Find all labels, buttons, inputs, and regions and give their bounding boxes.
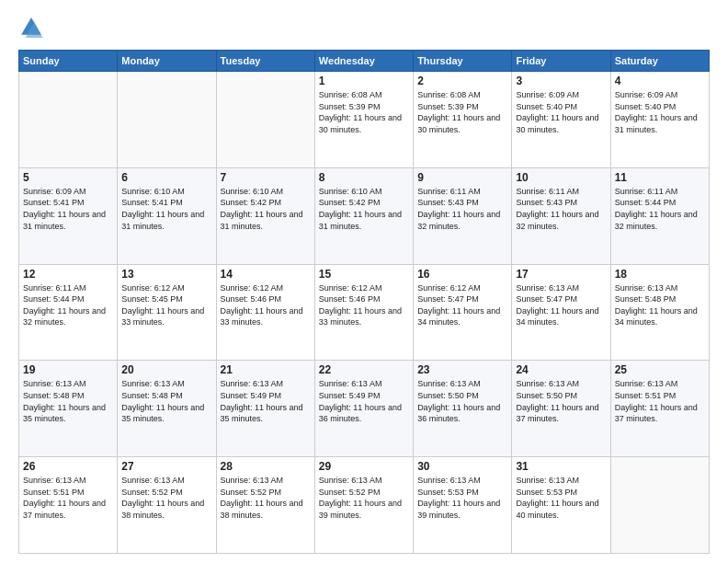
day-number: 14 [221, 268, 311, 281]
day-number: 3 [516, 75, 606, 87]
day-number: 6 [121, 171, 211, 184]
cell-info: Sunrise: 6:13 AMSunset: 5:53 PMDaylight:… [417, 476, 500, 520]
day-number: 31 [516, 460, 606, 473]
cell-info: Sunrise: 6:08 AMSunset: 5:39 PMDaylight:… [417, 90, 500, 134]
cell-info: Sunrise: 6:12 AMSunset: 5:46 PMDaylight:… [221, 283, 303, 327]
calendar-cell [610, 457, 709, 554]
cell-info: Sunrise: 6:13 AMSunset: 5:49 PMDaylight:… [319, 379, 402, 423]
calendar-cell: 5 Sunrise: 6:09 AMSunset: 5:41 PMDayligh… [19, 167, 118, 264]
day-number: 18 [615, 268, 705, 281]
cell-info: Sunrise: 6:12 AMSunset: 5:46 PMDaylight:… [319, 283, 402, 327]
calendar-cell: 2 Sunrise: 6:08 AMSunset: 5:39 PMDayligh… [414, 72, 512, 168]
cell-info: Sunrise: 6:13 AMSunset: 5:48 PMDaylight:… [23, 379, 106, 423]
calendar-cell: 6 Sunrise: 6:10 AMSunset: 5:41 PMDayligh… [118, 167, 216, 264]
cell-info: Sunrise: 6:10 AMSunset: 5:42 PMDaylight:… [221, 187, 303, 231]
calendar-cell: 7 Sunrise: 6:10 AMSunset: 5:42 PMDayligh… [216, 167, 314, 264]
week-row-5: 26 Sunrise: 6:13 AMSunset: 5:51 PMDaylig… [19, 457, 710, 554]
calendar-cell: 22 Sunrise: 6:13 AMSunset: 5:49 PMDaylig… [314, 361, 413, 457]
day-number: 23 [417, 363, 507, 376]
day-number: 22 [319, 363, 409, 376]
cell-info: Sunrise: 6:11 AMSunset: 5:44 PMDaylight:… [23, 283, 106, 327]
cell-info: Sunrise: 6:13 AMSunset: 5:51 PMDaylight:… [23, 476, 106, 520]
calendar-cell: 8 Sunrise: 6:10 AMSunset: 5:42 PMDayligh… [314, 167, 413, 264]
calendar-cell: 9 Sunrise: 6:11 AMSunset: 5:43 PMDayligh… [414, 167, 512, 264]
cell-info: Sunrise: 6:13 AMSunset: 5:52 PMDaylight:… [319, 476, 402, 520]
cell-info: Sunrise: 6:11 AMSunset: 5:44 PMDaylight:… [615, 187, 698, 231]
calendar-cell: 30 Sunrise: 6:13 AMSunset: 5:53 PMDaylig… [414, 457, 512, 554]
calendar-cell: 16 Sunrise: 6:12 AMSunset: 5:47 PMDaylig… [414, 264, 512, 361]
week-row-2: 5 Sunrise: 6:09 AMSunset: 5:41 PMDayligh… [19, 167, 710, 264]
calendar-cell: 1 Sunrise: 6:08 AMSunset: 5:39 PMDayligh… [314, 72, 413, 168]
calendar-cell: 21 Sunrise: 6:13 AMSunset: 5:49 PMDaylig… [216, 361, 314, 457]
page: SundayMondayTuesdayWednesdayThursdayFrid… [0, 0, 728, 563]
calendar-cell [118, 72, 216, 168]
cell-info: Sunrise: 6:12 AMSunset: 5:45 PMDaylight:… [121, 283, 204, 327]
calendar-cell [19, 72, 118, 168]
calendar-cell: 28 Sunrise: 6:13 AMSunset: 5:52 PMDaylig… [216, 457, 314, 554]
calendar-header-row: SundayMondayTuesdayWednesdayThursdayFrid… [19, 51, 710, 72]
calendar-cell: 27 Sunrise: 6:13 AMSunset: 5:52 PMDaylig… [118, 457, 216, 554]
cell-info: Sunrise: 6:13 AMSunset: 5:49 PMDaylight:… [221, 379, 303, 423]
day-header-tuesday: Tuesday [216, 51, 314, 72]
day-header-saturday: Saturday [610, 51, 709, 72]
day-header-monday: Monday [118, 51, 216, 72]
cell-info: Sunrise: 6:09 AMSunset: 5:41 PMDaylight:… [23, 187, 106, 231]
calendar-cell: 15 Sunrise: 6:12 AMSunset: 5:46 PMDaylig… [314, 264, 413, 361]
calendar-cell: 11 Sunrise: 6:11 AMSunset: 5:44 PMDaylig… [610, 167, 709, 264]
week-row-1: 1 Sunrise: 6:08 AMSunset: 5:39 PMDayligh… [19, 72, 710, 168]
cell-info: Sunrise: 6:13 AMSunset: 5:53 PMDaylight:… [516, 476, 598, 520]
calendar-cell: 20 Sunrise: 6:13 AMSunset: 5:48 PMDaylig… [118, 361, 216, 457]
day-number: 2 [417, 75, 507, 87]
cell-info: Sunrise: 6:09 AMSunset: 5:40 PMDaylight:… [615, 90, 698, 134]
day-number: 29 [319, 460, 409, 473]
calendar-cell: 19 Sunrise: 6:13 AMSunset: 5:48 PMDaylig… [19, 361, 118, 457]
day-number: 30 [417, 460, 507, 473]
calendar-cell: 13 Sunrise: 6:12 AMSunset: 5:45 PMDaylig… [118, 264, 216, 361]
cell-info: Sunrise: 6:12 AMSunset: 5:47 PMDaylight:… [417, 283, 500, 327]
day-header-sunday: Sunday [19, 51, 118, 72]
day-number: 26 [23, 460, 113, 473]
cell-info: Sunrise: 6:11 AMSunset: 5:43 PMDaylight:… [417, 187, 500, 231]
cell-info: Sunrise: 6:09 AMSunset: 5:40 PMDaylight:… [516, 90, 598, 134]
day-number: 12 [23, 268, 113, 281]
cell-info: Sunrise: 6:10 AMSunset: 5:41 PMDaylight:… [121, 187, 204, 231]
calendar-cell: 17 Sunrise: 6:13 AMSunset: 5:47 PMDaylig… [512, 264, 610, 361]
week-row-3: 12 Sunrise: 6:11 AMSunset: 5:44 PMDaylig… [19, 264, 710, 361]
calendar-cell: 3 Sunrise: 6:09 AMSunset: 5:40 PMDayligh… [512, 72, 610, 168]
day-number: 20 [121, 363, 211, 376]
calendar-cell: 26 Sunrise: 6:13 AMSunset: 5:51 PMDaylig… [19, 457, 118, 554]
day-number: 28 [221, 460, 311, 473]
day-number: 27 [121, 460, 211, 473]
calendar-cell: 14 Sunrise: 6:12 AMSunset: 5:46 PMDaylig… [216, 264, 314, 361]
cell-info: Sunrise: 6:13 AMSunset: 5:47 PMDaylight:… [516, 283, 598, 327]
cell-info: Sunrise: 6:13 AMSunset: 5:50 PMDaylight:… [516, 379, 598, 423]
calendar-cell: 12 Sunrise: 6:11 AMSunset: 5:44 PMDaylig… [19, 264, 118, 361]
cell-info: Sunrise: 6:13 AMSunset: 5:51 PMDaylight:… [615, 379, 698, 423]
cell-info: Sunrise: 6:13 AMSunset: 5:52 PMDaylight:… [121, 476, 204, 520]
calendar-cell: 29 Sunrise: 6:13 AMSunset: 5:52 PMDaylig… [314, 457, 413, 554]
header [18, 15, 710, 40]
calendar-cell: 24 Sunrise: 6:13 AMSunset: 5:50 PMDaylig… [512, 361, 610, 457]
day-header-friday: Friday [512, 51, 610, 72]
day-header-thursday: Thursday [414, 51, 512, 72]
day-number: 4 [615, 75, 705, 87]
logo [18, 15, 48, 40]
cell-info: Sunrise: 6:13 AMSunset: 5:48 PMDaylight:… [121, 379, 204, 423]
day-number: 24 [516, 363, 606, 376]
day-header-wednesday: Wednesday [314, 51, 413, 72]
day-number: 1 [319, 75, 409, 87]
day-number: 19 [23, 363, 113, 376]
calendar-cell: 4 Sunrise: 6:09 AMSunset: 5:40 PMDayligh… [610, 72, 709, 168]
day-number: 7 [221, 171, 311, 184]
calendar-cell: 10 Sunrise: 6:11 AMSunset: 5:43 PMDaylig… [512, 167, 610, 264]
calendar-cell [216, 72, 314, 168]
day-number: 8 [319, 171, 409, 184]
calendar-cell: 18 Sunrise: 6:13 AMSunset: 5:48 PMDaylig… [610, 264, 709, 361]
cell-info: Sunrise: 6:08 AMSunset: 5:39 PMDaylight:… [319, 90, 402, 134]
day-number: 17 [516, 268, 606, 281]
calendar-cell: 31 Sunrise: 6:13 AMSunset: 5:53 PMDaylig… [512, 457, 610, 554]
week-row-4: 19 Sunrise: 6:13 AMSunset: 5:48 PMDaylig… [19, 361, 710, 457]
day-number: 9 [417, 171, 507, 184]
day-number: 10 [516, 171, 606, 184]
day-number: 16 [417, 268, 507, 281]
